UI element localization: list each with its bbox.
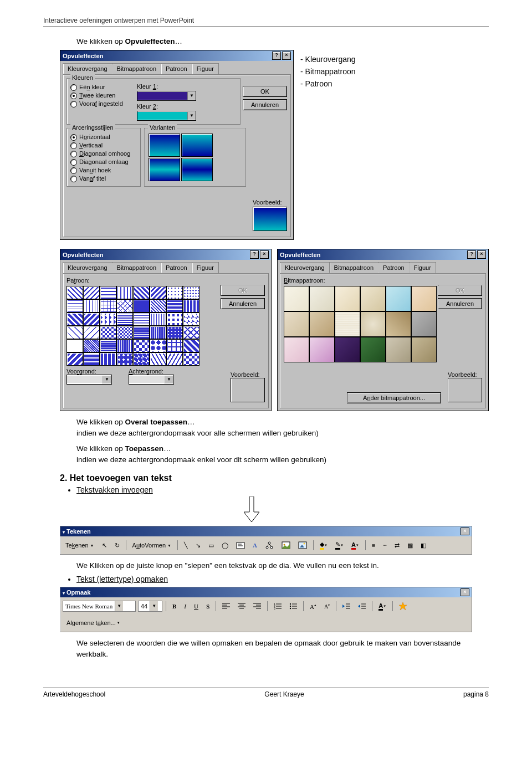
align-left-icon[interactable] xyxy=(219,599,233,613)
pattern-swatch[interactable] xyxy=(133,326,150,339)
pattern-swatch[interactable] xyxy=(100,339,116,352)
pattern-swatch[interactable] xyxy=(66,286,83,299)
pattern-swatch[interactable] xyxy=(166,352,183,366)
shadow-text-button[interactable]: S xyxy=(203,599,212,613)
pattern-swatch[interactable] xyxy=(66,326,83,339)
close-icon[interactable]: × xyxy=(461,588,469,596)
pattern-swatch[interactable] xyxy=(100,286,116,299)
pattern-swatch[interactable] xyxy=(100,313,116,326)
close-icon[interactable]: × xyxy=(461,528,469,535)
pattern-swatch[interactable] xyxy=(116,352,133,366)
pattern-swatch[interactable] xyxy=(133,352,150,366)
design-icon[interactable] xyxy=(396,599,410,613)
increase-indent-icon[interactable] xyxy=(355,599,369,613)
pattern-swatch[interactable] xyxy=(183,352,200,366)
help-icon[interactable]: ? xyxy=(272,52,281,60)
rotate-icon[interactable]: ↻ xyxy=(112,538,122,552)
decrease-indent-icon[interactable] xyxy=(340,599,353,613)
pattern-swatch[interactable] xyxy=(133,299,150,313)
foreground-dropdown[interactable]: ▼ xyxy=(66,375,112,385)
font-color-icon[interactable]: A ▼ xyxy=(376,599,389,613)
autoshapes-menu[interactable]: AutoVormen ▼ xyxy=(130,538,175,552)
pattern-swatch[interactable] xyxy=(83,299,100,313)
wordart-icon[interactable]: A xyxy=(250,538,260,552)
pattern-swatch[interactable] xyxy=(100,299,116,313)
color2-dropdown[interactable]: ▼ xyxy=(137,111,196,121)
pattern-swatch[interactable] xyxy=(166,286,183,299)
tab-figuur[interactable]: Figuur xyxy=(192,262,219,273)
tab-patroon[interactable]: Patroon xyxy=(161,262,192,273)
radio-vanuit-hoek[interactable]: Vanuit hoek xyxy=(70,166,137,175)
texture-swatch[interactable] xyxy=(284,286,309,311)
pattern-swatch[interactable] xyxy=(83,339,100,352)
tab-figuur[interactable]: Figuur xyxy=(409,262,436,273)
texture-swatch[interactable] xyxy=(335,286,360,311)
radio-horizontaal[interactable]: Horizontaal xyxy=(70,133,137,141)
pattern-swatch[interactable] xyxy=(116,286,133,299)
radio-een-kleur[interactable]: Eén kleur xyxy=(70,83,137,91)
cancel-button[interactable]: Annuleren xyxy=(221,298,265,309)
3d-icon[interactable]: ◧ xyxy=(418,538,429,552)
pattern-swatch[interactable] xyxy=(150,299,166,313)
pattern-swatch[interactable] xyxy=(133,286,150,299)
close-icon[interactable]: × xyxy=(282,52,291,60)
pattern-swatch[interactable] xyxy=(183,299,200,313)
align-center-icon[interactable] xyxy=(235,599,248,613)
radio-diag-up[interactable]: Diagonaal omhoog xyxy=(70,150,137,158)
pattern-swatch[interactable] xyxy=(150,339,166,352)
tab-bitmappatroon[interactable]: Bitmappatroon xyxy=(112,63,162,74)
pattern-swatch[interactable] xyxy=(183,339,200,352)
pattern-swatch[interactable] xyxy=(116,299,133,313)
pattern-swatch[interactable] xyxy=(150,352,166,366)
increase-font-icon[interactable]: A▴ xyxy=(307,599,319,613)
radio-vooraf[interactable]: Vooraf ingesteld xyxy=(70,100,137,108)
pattern-swatch[interactable] xyxy=(150,286,166,299)
texture-swatch[interactable] xyxy=(411,286,437,311)
pattern-swatch[interactable] xyxy=(83,286,100,299)
ok-button[interactable]: OK xyxy=(243,86,287,97)
rectangle-icon[interactable]: ▭ xyxy=(206,538,217,552)
pattern-swatch[interactable] xyxy=(183,286,200,299)
close-icon[interactable]: × xyxy=(477,250,486,259)
texture-swatch[interactable] xyxy=(360,286,386,311)
other-bitmap-button[interactable]: Ander bitmappatroon... xyxy=(347,392,441,403)
pattern-swatch[interactable] xyxy=(116,326,133,339)
font-color-icon[interactable]: A ▼ xyxy=(349,538,362,552)
tab-bitmappatroon[interactable]: Bitmappatroon xyxy=(329,262,379,273)
font-dropdown[interactable]: Times New Roman▼ xyxy=(63,601,136,612)
pattern-swatch[interactable] xyxy=(116,339,133,352)
tab-kleurovergang[interactable]: Kleurovergang xyxy=(63,262,112,273)
texture-swatch[interactable] xyxy=(360,311,386,337)
pattern-swatch[interactable] xyxy=(66,313,83,326)
draw-menu[interactable]: Tekenen ▼ xyxy=(63,538,97,552)
close-icon[interactable]: × xyxy=(260,250,269,259)
insert-picture-icon[interactable] xyxy=(295,538,310,552)
pattern-swatch[interactable] xyxy=(183,326,200,339)
diagram-icon[interactable] xyxy=(262,538,277,552)
pattern-swatch[interactable] xyxy=(166,313,183,326)
texture-swatch[interactable] xyxy=(386,286,411,311)
texture-swatch[interactable] xyxy=(386,337,411,362)
texture-swatch[interactable] xyxy=(309,311,335,337)
bullets-icon[interactable] xyxy=(287,599,300,613)
tab-kleurovergang[interactable]: Kleurovergang xyxy=(63,63,112,74)
radio-vanaf-titel[interactable]: Vanaf titel xyxy=(70,175,137,183)
texture-swatch[interactable] xyxy=(411,337,437,362)
line-icon[interactable]: ╲ xyxy=(181,538,191,552)
align-right-icon[interactable] xyxy=(250,599,264,613)
help-icon[interactable]: ? xyxy=(467,250,476,259)
pattern-swatch[interactable] xyxy=(166,326,183,339)
texture-swatch[interactable] xyxy=(360,337,386,362)
pattern-swatch[interactable] xyxy=(66,299,83,313)
numbering-icon[interactable]: 123 xyxy=(271,599,284,613)
pattern-swatch[interactable] xyxy=(150,326,166,339)
pattern-swatch[interactable] xyxy=(83,326,100,339)
texture-swatch[interactable] xyxy=(386,311,411,337)
common-tasks-menu[interactable]: Algemene taken... ▼ xyxy=(63,616,124,630)
select-icon[interactable]: ↖ xyxy=(99,538,110,552)
pattern-swatch[interactable] xyxy=(116,313,133,326)
cancel-button[interactable]: Annuleren xyxy=(438,298,482,309)
pattern-swatch[interactable] xyxy=(150,313,166,326)
tab-patroon[interactable]: Patroon xyxy=(378,262,410,273)
pattern-swatch[interactable] xyxy=(66,339,83,352)
